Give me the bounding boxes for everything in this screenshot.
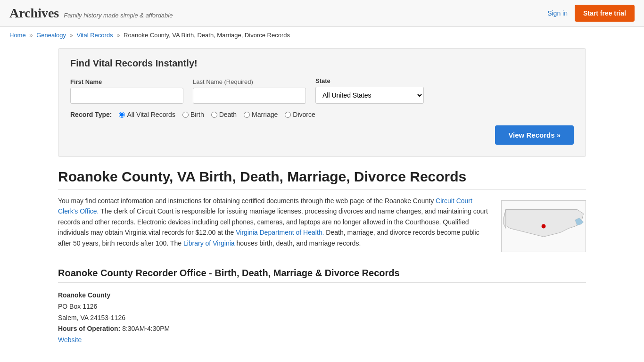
office-name: Roanoke County <box>58 290 586 301</box>
description-text: You may find contact information and ins… <box>58 196 492 254</box>
page-title: Roanoke County, VA Birth, Death, Marriag… <box>58 169 586 190</box>
record-type-divorce[interactable]: Divorce <box>285 111 315 118</box>
record-type-death[interactable]: Death <box>211 111 237 118</box>
record-type-marriage-label: Marriage <box>252 111 278 118</box>
logo: Archives <box>9 6 59 21</box>
main-content: Find Vital Records Instantly! First Name… <box>49 43 595 351</box>
record-type-divorce-label: Divorce <box>293 111 315 118</box>
hours-value: 8:30AM-4:30PM <box>122 325 170 332</box>
record-type-label: Record Type: <box>70 111 112 118</box>
breadcrumb-sep-3: » <box>116 32 120 39</box>
record-type-all-label: All Vital Records <box>127 111 175 118</box>
breadcrumb-vital-records[interactable]: Vital Records <box>77 32 113 39</box>
state-label: State <box>315 77 424 84</box>
record-type-birth[interactable]: Birth <box>182 111 204 118</box>
breadcrumb-sep-2: » <box>70 32 73 39</box>
last-name-label: Last Name (Required) <box>193 78 306 85</box>
library-of-virginia-link[interactable]: Library of Virginia <box>183 239 235 247</box>
record-type-death-label: Death <box>219 111 237 118</box>
last-name-input[interactable] <box>193 88 306 104</box>
sign-in-link[interactable]: Sign in <box>547 9 568 17</box>
section-title: Roanoke County Recorder Office - Birth, … <box>58 268 586 283</box>
last-name-group: Last Name (Required) <box>193 78 306 104</box>
roanoke-marker <box>542 224 546 229</box>
va-map-svg <box>501 200 586 252</box>
record-type-birth-radio[interactable] <box>182 112 189 118</box>
first-name-input[interactable] <box>70 88 183 104</box>
record-type-all[interactable]: All Vital Records <box>119 111 175 118</box>
start-trial-button[interactable]: Start free trial <box>575 5 635 22</box>
logo-tagline: Family history made simple & affordable <box>64 12 173 19</box>
search-title: Find Vital Records Instantly! <box>70 58 574 69</box>
record-type-marriage-radio[interactable] <box>244 112 250 118</box>
state-select[interactable]: All United States Alabama Alaska Arizona… <box>315 87 424 104</box>
office-info: Roanoke County PO Box 1126 Salem, VA 241… <box>58 290 586 346</box>
hours-label: Hours of Operation: <box>58 325 120 332</box>
breadcrumb-current: Roanoke County, VA Birth, Death, Marriag… <box>124 32 290 39</box>
record-type-birth-label: Birth <box>190 111 204 118</box>
breadcrumb-genealogy[interactable]: Genealogy <box>36 32 66 39</box>
header-right: Sign in Start free trial <box>547 5 635 22</box>
va-dept-health-link[interactable]: Virginia Department of Health. <box>236 229 324 236</box>
search-fields: First Name Last Name (Required) State Al… <box>70 77 574 104</box>
record-type-marriage[interactable]: Marriage <box>244 111 278 118</box>
first-name-label: First Name <box>70 78 183 85</box>
breadcrumb-sep-1: » <box>29 32 33 39</box>
hours-row: Hours of Operation: 8:30AM-4:30PM <box>58 323 586 335</box>
view-records-button[interactable]: View Records » <box>495 125 574 145</box>
breadcrumb-home[interactable]: Home <box>9 32 26 39</box>
record-type-death-radio[interactable] <box>211 112 217 118</box>
website-row: Website <box>58 335 586 346</box>
search-box: Find Vital Records Instantly! First Name… <box>58 48 586 157</box>
record-type-divorce-radio[interactable] <box>285 112 291 118</box>
svg-marker-0 <box>504 209 583 237</box>
record-type-all-radio[interactable] <box>119 112 125 118</box>
website-link[interactable]: Website <box>58 336 82 344</box>
svg-marker-1 <box>504 209 505 228</box>
description-section: You may find contact information and ins… <box>58 196 586 254</box>
header: Archives Family history made simple & af… <box>0 0 644 27</box>
state-group: State All United States Alabama Alaska A… <box>315 77 424 104</box>
first-name-group: First Name <box>70 78 183 104</box>
address-line1: PO Box 1126 <box>58 301 586 313</box>
header-left: Archives Family history made simple & af… <box>9 6 173 21</box>
record-type-row: Record Type: All Vital Records Birth Dea… <box>70 111 574 118</box>
view-records-container: View Records » <box>70 125 574 145</box>
address-line2: Salem, VA 24153-1126 <box>58 313 586 324</box>
va-map <box>501 200 586 254</box>
description-paragraph-1: You may find contact information and ins… <box>58 196 492 248</box>
breadcrumb: Home » Genealogy » Vital Records » Roano… <box>0 27 644 43</box>
